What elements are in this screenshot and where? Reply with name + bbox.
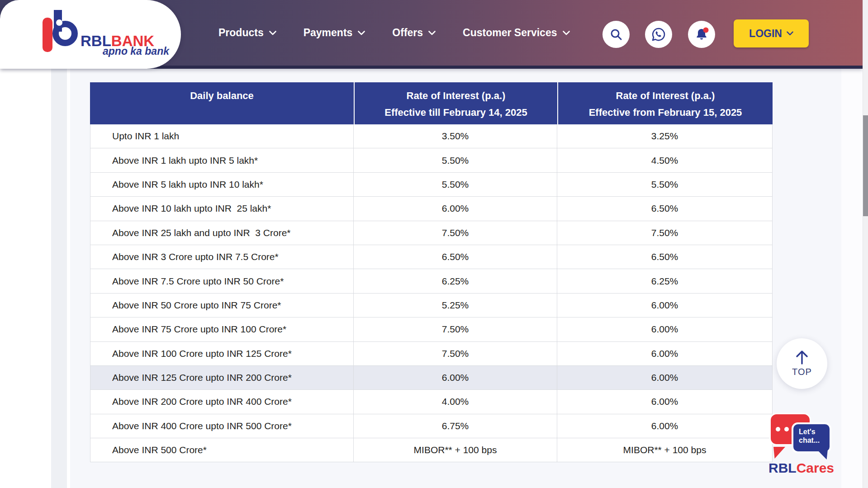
nav-item-products[interactable]: Products [218, 27, 276, 39]
rbl-cares-chat-widget[interactable]: Let's chat... RBLCares [768, 412, 844, 479]
main-nav: Products Payments Offers Customer Servic… [218, 0, 570, 66]
rate-from-cell: 6.25% [557, 269, 773, 293]
rate-from-cell: 7.50% [557, 221, 773, 245]
balance-cell: Above INR 25 lakh and upto INR 3 Crore* [90, 221, 354, 245]
search-icon [610, 28, 622, 41]
rate-till-cell: 6.50% [354, 245, 557, 269]
rate-till-cell: 7.50% [354, 342, 557, 366]
arrow-up-icon [795, 350, 809, 365]
column-header-rate-from: Rate of Interest (p.a.) Effective from F… [557, 82, 773, 124]
notification-dot [703, 28, 709, 33]
rate-from-cell: 6.00% [557, 294, 773, 317]
lets-chat-bubble: Let's chat... [792, 422, 831, 453]
rate-from-cell: 6.50% [557, 197, 773, 221]
rate-till-cell: 5.50% [354, 173, 557, 197]
rate-from-cell: 6.00% [557, 366, 773, 390]
search-button[interactable] [602, 21, 630, 48]
table-header-row: Daily balance Rate of Interest (p.a.) Ef… [90, 82, 773, 124]
balance-cell: Above INR 3 Crore upto INR 7.5 Crore* [90, 245, 354, 269]
column-header-rate-till: Rate of Interest (p.a.) Effective till F… [354, 82, 557, 124]
rate-from-cell: 6.50% [557, 245, 773, 269]
brand-tagline: apno ka bank [103, 45, 169, 57]
nav-label: Products [218, 27, 264, 39]
rate-till-cell: 5.25% [354, 294, 557, 317]
column-header-daily-balance: Daily balance [90, 82, 354, 124]
balance-cell: Above INR 400 Crore upto INR 500 Crore* [90, 414, 354, 438]
rate-till-cell: 5.50% [354, 148, 557, 172]
nav-item-customer-services[interactable]: Customer Services [463, 27, 569, 39]
rate-from-cell: 5.50% [557, 173, 773, 197]
rate-till-cell: 6.00% [354, 197, 557, 221]
rate-from-cell: 6.00% [557, 390, 773, 414]
rate-from-cell: 4.50% [557, 148, 773, 172]
chevron-down-icon [428, 31, 436, 35]
chevron-down-icon [269, 31, 276, 35]
rate-from-cell: 3.25% [557, 124, 773, 148]
nav-item-payments[interactable]: Payments [304, 27, 365, 39]
rates-table-body: Upto INR 1 lakh3.50%3.25%Above INR 1 lak… [90, 124, 773, 462]
rate-from-cell: 6.00% [557, 317, 773, 341]
rate-from-cell: 6.00% [557, 414, 773, 438]
balance-cell: Above INR 500 Crore* [90, 438, 354, 462]
left-gutter-strip [51, 69, 67, 488]
whatsapp-icon [651, 27, 666, 42]
chevron-down-icon [787, 31, 793, 36]
balance-cell: Above INR 75 Crore upto INR 100 Crore* [90, 317, 354, 341]
balance-cell: Above INR 125 Crore upto INR 200 Crore* [90, 366, 354, 390]
interest-rates-table: Daily balance Rate of Interest (p.a.) Ef… [90, 82, 773, 462]
rate-till-cell: MIBOR** + 100 bps [354, 438, 557, 462]
rate-till-cell: 6.00% [354, 366, 557, 390]
rate-till-cell: 3.50% [354, 124, 557, 148]
rate-till-cell: 6.75% [354, 414, 557, 438]
rate-till-cell: 6.25% [354, 269, 557, 293]
nav-item-offers[interactable]: Offers [392, 27, 436, 39]
back-to-top-label: TOP [792, 367, 812, 377]
balance-cell: Upto INR 1 lakh [90, 124, 354, 148]
rate-till-cell: 7.50% [354, 317, 557, 341]
page-scrollbar-thumb[interactable] [863, 115, 868, 216]
nav-label: Customer Services [463, 27, 557, 39]
balance-cell: Above INR 10 lakh upto INR 25 lakh* [90, 197, 354, 221]
rate-till-cell: 7.50% [354, 221, 557, 245]
nav-label: Offers [392, 27, 423, 39]
balance-cell: Above INR 5 lakh upto INR 10 lakh* [90, 173, 354, 197]
page-scrollbar-track[interactable] [863, 0, 868, 488]
back-to-top-button[interactable]: TOP [777, 338, 827, 389]
balance-cell: Above INR 1 lakh upto INR 5 lakh* [90, 148, 354, 172]
whatsapp-button[interactable] [645, 21, 672, 48]
rbl-bank-logo[interactable]: RBLBANK apno ka bank [0, 0, 181, 69]
balance-cell: Above INR 7.5 Crore upto INR 50 Crore* [90, 269, 354, 293]
lets-chat-label: Let's chat... [799, 428, 820, 444]
rate-till-cell: 4.00% [354, 390, 557, 414]
rate-from-cell: 6.00% [557, 342, 773, 366]
rbl-cares-wordmark: RBLCares [768, 460, 834, 476]
notification-bell-icon [693, 26, 710, 43]
notifications-button[interactable] [688, 21, 715, 48]
nav-label: Payments [304, 27, 353, 39]
balance-cell: Above INR 200 Crore upto INR 400 Crore* [90, 390, 354, 414]
right-gutter-strip [841, 69, 863, 488]
balance-cell: Above INR 50 Crore upto INR 75 Crore* [90, 294, 354, 317]
login-button[interactable]: LOGIN [734, 19, 809, 47]
balance-cell: Above INR 100 Crore upto INR 125 Crore* [90, 342, 354, 366]
login-label: LOGIN [749, 28, 782, 40]
rate-from-cell: MIBOR** + 100 bps [557, 438, 773, 462]
rbl-logo-mark-icon [42, 10, 78, 52]
rbl-bank-page: Products Payments Offers Customer Servic… [0, 0, 868, 488]
chevron-down-icon [563, 31, 570, 35]
chevron-down-icon [358, 31, 365, 35]
